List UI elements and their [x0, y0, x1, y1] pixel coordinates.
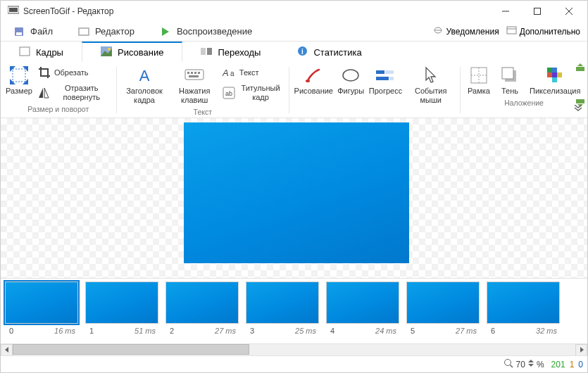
svg-rect-53 — [552, 68, 557, 72]
border-label: Рамка — [468, 87, 490, 96]
mouse-events-label: События мыши — [408, 87, 453, 105]
tab-statistics[interactable]: i Статистика — [279, 42, 380, 61]
ellipse-icon — [341, 65, 361, 85]
flip-rotate-label: Отразить повернуть — [53, 84, 111, 102]
scroll-thumb[interactable] — [13, 344, 249, 355]
crop-icon — [37, 65, 51, 80]
flip-rotate-button[interactable]: Отразить повернуть — [36, 82, 112, 103]
thumbnail[interactable]: 151 ms — [82, 282, 161, 335]
scroll-left-button[interactable] — [1, 344, 13, 356]
svg-text:A: A — [139, 67, 150, 84]
frame-counts: 201 1 0 — [551, 360, 583, 369]
caption-button[interactable]: A Заголовок кадра — [120, 64, 168, 106]
tab-file[interactable]: Файл — [1, 22, 65, 41]
thumbnail[interactable]: 424 ms — [323, 282, 402, 335]
progress-icon — [375, 65, 395, 85]
thumb-index: 1 — [89, 327, 94, 335]
svg-rect-55 — [552, 72, 557, 77]
tab-frames[interactable]: Кадры — [1, 42, 82, 61]
crop-button[interactable]: Обрезать — [36, 64, 112, 81]
shapes-button[interactable]: Фигуры — [337, 64, 365, 97]
svg-rect-9 — [80, 29, 88, 34]
thumbnail-scrollbar[interactable] — [1, 343, 587, 355]
text-button[interactable]: Aa Текст — [221, 64, 284, 81]
zoom-icon — [503, 358, 513, 370]
shadow-button[interactable]: Тень — [496, 64, 524, 97]
shadow-label: Тень — [501, 87, 518, 96]
thumbnail[interactable]: 325 ms — [243, 282, 322, 335]
svg-rect-19 — [201, 48, 206, 55]
count-selected: 1 — [570, 360, 575, 369]
options-icon — [506, 25, 517, 37]
count-total: 201 — [551, 360, 565, 369]
tab-label: Воспроизведение — [177, 26, 252, 37]
thumbnail[interactable]: 527 ms — [404, 282, 482, 335]
ribbon-collapse-button[interactable] — [573, 103, 583, 116]
brush-icon — [304, 65, 323, 85]
thumb-ms: 27 ms — [215, 327, 236, 335]
resize-button[interactable]: Размер — [5, 64, 33, 97]
tab-transitions[interactable]: Переходы — [182, 42, 279, 61]
frames-icon — [19, 46, 30, 58]
scroll-right-button[interactable] — [575, 344, 587, 356]
film-icon — [78, 26, 89, 37]
svg-rect-7 — [16, 32, 22, 35]
notifications-label: Уведомления — [446, 27, 499, 37]
close-button[interactable] — [553, 1, 584, 22]
tab-editor[interactable]: Редактор — [65, 22, 147, 41]
title-frame-label: Титульный кадр — [238, 84, 283, 102]
thumb-index: 6 — [491, 327, 495, 335]
drawing-button[interactable]: Рисование — [294, 64, 333, 97]
pixelate-label: Пикселизация — [530, 87, 580, 96]
overflow-icon[interactable] — [575, 63, 586, 77]
thumbnail-image — [246, 282, 319, 324]
svg-text:i: i — [302, 48, 304, 56]
tab-label: Файл — [30, 26, 53, 37]
keystrokes-button[interactable]: Нажатия клавиш — [171, 64, 218, 106]
save-icon — [13, 26, 25, 37]
group-label: Наложение — [504, 99, 544, 107]
minimize-button[interactable] — [489, 1, 521, 22]
tab-drawing[interactable]: Рисование — [82, 42, 182, 61]
svg-rect-52 — [547, 68, 552, 72]
thumbnail[interactable]: 016 ms — [2, 282, 81, 335]
thumbnail[interactable]: 632 ms — [484, 282, 563, 335]
svg-rect-47 — [471, 68, 487, 83]
thumb-ms: 25 ms — [295, 327, 316, 335]
notifications-button[interactable]: Уведомления — [430, 25, 502, 38]
thumb-index: 2 — [170, 327, 174, 335]
border-button[interactable]: Рамка — [465, 64, 493, 97]
thumb-ms: 24 ms — [375, 327, 396, 335]
keystrokes-label: Нажатия клавиш — [174, 87, 215, 105]
mouse-events-button[interactable]: События мыши — [406, 64, 456, 106]
scroll-track[interactable] — [13, 344, 575, 356]
separator — [289, 67, 289, 113]
canvas-area[interactable] — [1, 118, 587, 279]
thumbnail[interactable]: 227 ms — [163, 282, 242, 335]
svg-rect-1 — [9, 8, 18, 12]
zoom-spinner-icon[interactable] — [528, 359, 534, 369]
caption-label: Заголовок кадра — [123, 87, 165, 105]
thumb-ms: 27 ms — [456, 327, 477, 335]
progress-button[interactable]: Прогресс — [368, 64, 403, 97]
bell-icon — [433, 25, 444, 38]
svg-rect-45 — [376, 77, 389, 80]
drawing-label: Рисование — [294, 87, 333, 96]
shadow-icon — [500, 65, 520, 85]
tab-label: Статистика — [313, 47, 361, 58]
svg-marker-62 — [5, 347, 8, 353]
thumb-index: 5 — [411, 327, 415, 335]
transition-icon — [201, 46, 212, 58]
maximize-button[interactable] — [521, 1, 553, 22]
zoom-value: 70 — [516, 360, 525, 369]
thumbnail-strip: 016 ms 151 ms 227 ms 325 ms 424 ms 527 m… — [1, 279, 587, 343]
text-aa-icon: Aa — [223, 65, 237, 80]
window-title: ScreenToGif - Редактор — [23, 6, 113, 16]
app-icon — [8, 5, 19, 18]
extra-button[interactable]: Дополнительно — [503, 25, 583, 37]
zoom-control[interactable]: 70 % — [503, 358, 544, 370]
tab-playback[interactable]: Воспроизведение — [147, 22, 265, 41]
title-frame-button[interactable]: ab Титульный кадр — [221, 82, 284, 103]
tab-label: Переходы — [218, 47, 261, 58]
frame-preview — [184, 122, 409, 263]
